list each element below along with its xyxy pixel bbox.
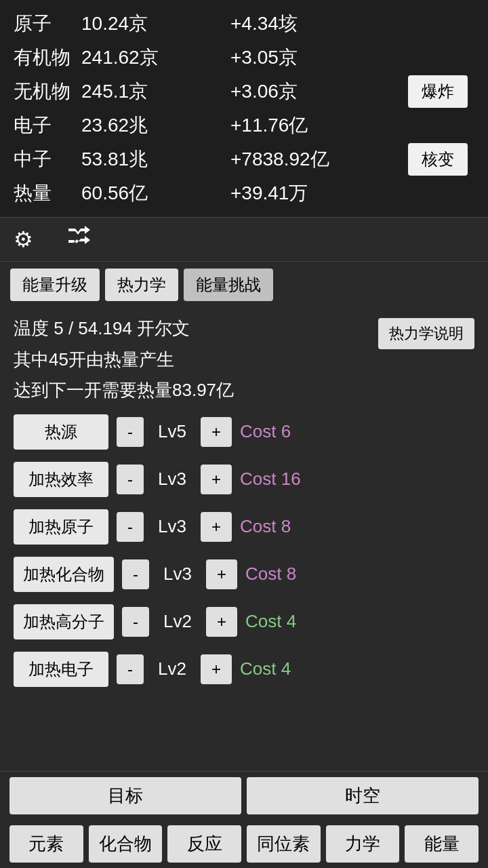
stat-row: 原子10.24京+4.34垓 (14, 7, 474, 41)
upgrade-minus-button[interactable]: - (117, 465, 144, 494)
stat-row: 无机物245.1京+3.06京爆炸 (14, 75, 474, 108)
stat-action-button[interactable]: 爆炸 (408, 75, 468, 108)
upgrade-cost: Cost 6 (240, 421, 291, 442)
bottom-nav-button[interactable]: 目标 (9, 777, 241, 814)
upgrade-minus-button[interactable]: - (117, 654, 144, 684)
stat-value: 241.62京 (81, 45, 230, 71)
upgrade-name-button[interactable]: 加热效率 (14, 462, 108, 497)
upgrade-cost: Cost 4 (245, 611, 296, 632)
upgrade-name-button[interactable]: 加热电子 (14, 652, 108, 687)
upgrade-level: Lv3 (152, 516, 192, 537)
stat-value: 10.24京 (81, 11, 230, 37)
stat-action-button[interactable]: 核变 (408, 143, 468, 176)
bottom-row-1: 目标时空 (0, 772, 488, 820)
tab-thermodynamics[interactable]: 热力学 (105, 269, 178, 301)
bottom-nav: 目标时空 元素化合物反应同位素力学能量 (0, 771, 488, 868)
stat-row: 热量60.56亿+39.41万 (14, 176, 474, 210)
stat-value: 23.62兆 (81, 113, 230, 138)
tab-bar: 能量升级 热力学 能量挑战 (0, 262, 488, 308)
stat-row: 电子23.62兆+11.76亿 (14, 108, 474, 142)
upgrade-row: 加热原子-Lv3+Cost 8 (14, 509, 474, 545)
temp-info-line3: 达到下一开需要热量83.97亿 (14, 376, 378, 405)
bottom-nav-button[interactable]: 反应 (167, 825, 241, 863)
temp-info-line1: 温度 5 / 54.194 开尔文 (14, 315, 378, 343)
temp-info-line2: 其中45开由热量产生 (14, 346, 378, 374)
stat-rate: +3.05京 (230, 45, 380, 71)
stat-value: 53.81兆 (81, 146, 230, 172)
stat-rate: +3.06京 (230, 79, 380, 104)
upgrade-plus-button[interactable]: + (201, 417, 232, 447)
tab-energy-upgrade[interactable]: 能量升级 (10, 269, 100, 301)
upgrade-plus-button[interactable]: + (201, 512, 232, 542)
bottom-nav-button[interactable]: 元素 (9, 825, 83, 863)
upgrades-container: 热源-Lv5+Cost 6加热效率-Lv3+Cost 16加热原子-Lv3+Co… (14, 414, 474, 687)
stat-rate: +11.76亿 (230, 113, 380, 138)
stat-name: 中子 (14, 146, 81, 172)
stat-name: 原子 (14, 11, 81, 37)
upgrade-name-button[interactable]: 加热原子 (14, 509, 108, 545)
upgrade-plus-button[interactable]: + (206, 559, 237, 589)
stat-rate: +7838.92亿 (230, 146, 380, 172)
upgrade-name-button[interactable]: 加热高分子 (14, 604, 114, 639)
stat-value: 60.56亿 (81, 180, 230, 206)
upgrade-row: 加热高分子-Lv2+Cost 4 (14, 604, 474, 639)
upgrade-minus-button[interactable]: - (117, 512, 144, 542)
stat-row: 有机物241.62京+3.05京 (14, 41, 474, 75)
upgrade-name-button[interactable]: 加热化合物 (14, 557, 114, 592)
upgrade-level: Lv2 (157, 611, 198, 632)
bottom-row-2: 元素化合物反应同位素力学能量 (0, 820, 488, 868)
upgrade-row: 加热电子-Lv2+Cost 4 (14, 652, 474, 687)
stat-name: 电子 (14, 113, 81, 138)
upgrade-row: 热源-Lv5+Cost 6 (14, 414, 474, 450)
stat-rate: +4.34垓 (230, 11, 380, 37)
upgrade-cost: Cost 4 (240, 658, 291, 679)
thermo-explain-button[interactable]: 热力学说明 (378, 318, 474, 349)
upgrade-minus-button[interactable]: - (122, 559, 149, 589)
tab-energy-challenge[interactable]: 能量挑战 (184, 269, 273, 301)
bottom-nav-button[interactable]: 时空 (247, 777, 479, 814)
upgrade-cost: Cost 16 (240, 469, 301, 490)
content-area: 温度 5 / 54.194 开尔文 其中45开由热量产生 达到下一开需要热量83… (0, 308, 488, 706)
info-texts: 温度 5 / 54.194 开尔文 其中45开由热量产生 达到下一开需要热量83… (14, 315, 378, 408)
stat-name: 热量 (14, 180, 81, 206)
upgrade-cost: Cost 8 (240, 516, 291, 537)
icon-bar: ⚙ (0, 217, 488, 262)
stat-row: 中子53.81兆+7838.92亿核变 (14, 142, 474, 176)
bottom-nav-button[interactable]: 能量 (405, 825, 479, 863)
shuffle-icon[interactable] (67, 226, 94, 253)
upgrade-level: Lv2 (152, 658, 192, 679)
upgrade-minus-button[interactable]: - (122, 607, 149, 637)
stats-section: 原子10.24京+4.34垓有机物241.62京+3.05京无机物245.1京+… (0, 0, 488, 217)
bottom-nav-button[interactable]: 力学 (326, 825, 400, 863)
upgrade-plus-button[interactable]: + (201, 654, 232, 684)
info-row: 温度 5 / 54.194 开尔文 其中45开由热量产生 达到下一开需要热量83… (14, 315, 474, 408)
upgrade-name-button[interactable]: 热源 (14, 414, 108, 450)
gear-icon[interactable]: ⚙ (14, 226, 33, 252)
upgrade-row: 加热效率-Lv3+Cost 16 (14, 462, 474, 497)
stat-name: 有机物 (14, 45, 81, 71)
stat-rate: +39.41万 (230, 180, 380, 206)
bottom-nav-button[interactable]: 同位素 (247, 825, 321, 863)
upgrade-level: Lv3 (152, 469, 192, 490)
upgrade-row: 加热化合物-Lv3+Cost 8 (14, 557, 474, 592)
stat-name: 无机物 (14, 79, 81, 104)
bottom-nav-button[interactable]: 化合物 (89, 825, 163, 863)
stat-value: 245.1京 (81, 79, 230, 104)
upgrade-cost: Cost 8 (245, 564, 296, 585)
upgrade-plus-button[interactable]: + (206, 607, 237, 637)
upgrade-level: Lv5 (152, 421, 192, 442)
upgrade-minus-button[interactable]: - (117, 417, 144, 447)
upgrade-plus-button[interactable]: + (201, 465, 232, 494)
upgrade-level: Lv3 (157, 564, 198, 585)
